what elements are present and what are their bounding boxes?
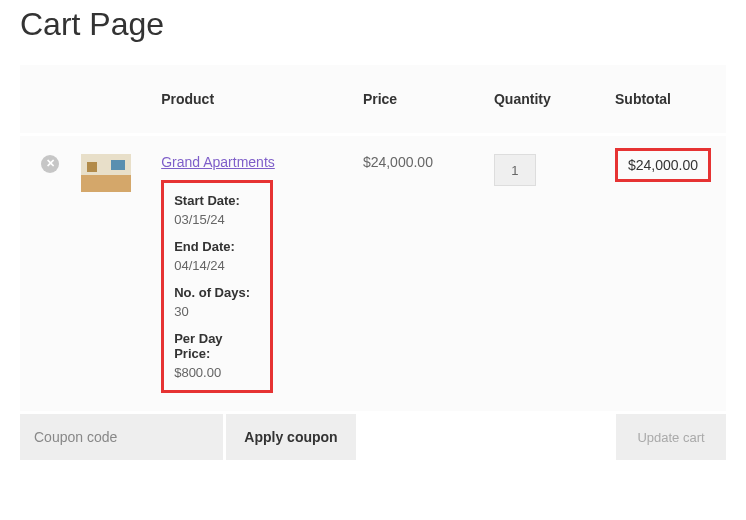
item-subtotal: $24,000.00 bbox=[615, 148, 711, 182]
days-label: No. of Days: bbox=[174, 285, 262, 300]
days-value: 30 bbox=[174, 304, 262, 319]
page-title: Cart Page bbox=[20, 6, 726, 43]
close-icon: ✕ bbox=[46, 158, 55, 169]
start-date-label: Start Date: bbox=[174, 193, 262, 208]
cart-table: Product Price Quantity Subtotal ✕ Grand … bbox=[20, 65, 726, 463]
header-subtotal: Subtotal bbox=[615, 65, 726, 135]
cart-actions: Apply coupon Update cart bbox=[20, 414, 726, 460]
remove-item-button[interactable]: ✕ bbox=[41, 155, 59, 173]
product-meta: Start Date: 03/15/24 End Date: 04/14/24 … bbox=[161, 180, 273, 393]
header-quantity: Quantity bbox=[494, 65, 615, 135]
update-cart-button[interactable]: Update cart bbox=[616, 414, 726, 460]
end-date-label: End Date: bbox=[174, 239, 262, 254]
header-product: Product bbox=[161, 65, 363, 135]
end-date-value: 04/14/24 bbox=[174, 258, 262, 273]
start-date-value: 03/15/24 bbox=[174, 212, 262, 227]
coupon-input[interactable] bbox=[20, 414, 223, 460]
table-row: ✕ Grand Apartments Start Date: 03/15/24 … bbox=[20, 135, 726, 413]
quantity-input[interactable] bbox=[494, 154, 536, 186]
header-price: Price bbox=[363, 65, 494, 135]
per-day-value: $800.00 bbox=[174, 365, 262, 380]
item-price: $24,000.00 bbox=[363, 135, 494, 413]
per-day-label: Per Day Price: bbox=[174, 331, 262, 361]
product-thumbnail[interactable] bbox=[81, 154, 131, 192]
product-link[interactable]: Grand Apartments bbox=[161, 154, 275, 170]
apply-coupon-button[interactable]: Apply coupon bbox=[226, 414, 356, 460]
